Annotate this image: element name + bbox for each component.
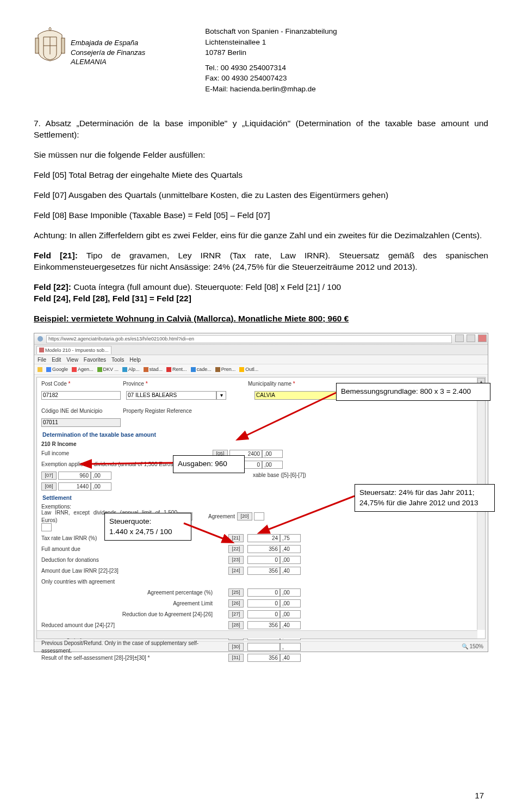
menu-item[interactable]: Favorites [84,356,106,364]
section-heading: Determination of the taxable base amount [37,429,485,439]
menu-item[interactable]: Help [129,356,141,364]
cents-field[interactable]: ,00 [262,450,283,458]
dropdown-icon[interactable]: ▾ [216,391,226,400]
amount-field[interactable]: 960 [58,472,91,480]
cents-field[interactable]: ,00 [280,599,301,608]
field-number: [07] [41,472,57,480]
label: Agreement [208,513,235,520]
checkbox[interactable] [41,523,52,531]
label: Reduced amount due [24]-[27] [41,622,213,629]
checkbox[interactable] [254,512,264,520]
label: Previous Deposit/Refund. Only in the cas… [41,640,213,654]
svg-rect-2 [35,38,39,53]
form-row: Amount due Law IRNR [22]-[23][24]356,40 [37,566,485,577]
menu-bar: File Edit View Favorites Tools Help [34,355,488,364]
bookmark-bar: Google Agen... DKV ... Alp... stad... Re… [34,364,488,375]
menu-item[interactable]: View [66,356,78,364]
star-icon [38,367,42,372]
bookmark[interactable]: Agen... [72,366,94,373]
menu-item[interactable]: Edit [52,356,61,364]
field-number: [30] [228,643,244,651]
bookmark-icon [191,367,196,372]
menu-item[interactable]: File [38,356,46,364]
form-row-full-income: Full income [05] 2400 ,00 [37,448,485,459]
ine-code-input: 07011 [41,418,121,427]
form-row: Previous Deposit/Refund. Only in the cas… [37,642,485,653]
maximize-button[interactable] [467,334,475,342]
amount-field[interactable]: 24 [247,534,280,542]
numeric-rows: Tax rate Law IRNR (%)[21]24,75Full amoun… [37,533,485,664]
address-bar[interactable]: https://www2.agenciatributaria.gob.es/es… [46,335,452,343]
bookmark[interactable] [38,367,42,372]
label: Agreement percentage (%) [41,589,213,597]
field-number: [25] [228,588,244,597]
amount-field[interactable]: 356 [247,545,280,553]
amount-field[interactable]: 356 [247,621,280,629]
cents-field[interactable]: ,00 [262,461,283,469]
bookmark[interactable]: Google [46,366,68,373]
cents-field[interactable]: ,00 [280,588,301,597]
contact-line: E-Mail: hacienda.berlin@mhap.de [205,84,337,95]
browser-tab[interactable]: Modelo 210 - Impuesto sob... [36,346,111,354]
bookmark[interactable]: Alp... [122,366,140,373]
form-row: Agreement Limit[26]0,00 [37,598,485,609]
form-row: Full amount due[22]356,40 [37,544,485,555]
form-row: Only countries with agreement [37,577,485,587]
field-number: [31] [228,654,244,662]
amount-field[interactable]: 0 [247,588,280,597]
horizontal-scrollbar[interactable] [37,630,477,639]
postcode-input[interactable]: 07182 [41,391,121,400]
form-header-row: Código INE del Municipio Property Regist… [37,405,485,417]
spanish-coat-of-arms-icon [34,23,66,62]
bookmark[interactable]: Outl... [239,366,258,373]
label: Full amount due [41,546,213,553]
amount-field[interactable]: 0 [247,556,280,564]
bookmark[interactable]: Pren... [215,366,236,373]
bookmark[interactable]: DKV ... [97,366,119,373]
cents-field[interactable]: ,40 [280,545,301,553]
label: Código INE del Municipio [41,407,123,415]
paragraph: Feld [22]: Cuota íntegra (full amount du… [34,282,488,293]
bookmark-icon [72,367,77,372]
bookmark[interactable]: Rent... [166,366,187,373]
amount-field[interactable]: 1440 [58,482,91,491]
amount-field[interactable]: 0 [247,610,280,618]
bookmark[interactable]: cade... [191,366,212,373]
bookmark-icon [144,367,148,372]
label: Only countries with agreement [41,578,213,586]
bookmark-icon [97,367,102,372]
label: Post Code * [41,380,123,388]
minimize-button[interactable] [455,334,464,342]
cents-field[interactable]: , [280,643,301,651]
example-heading: Beispiel: vermietete Wohnung in Calvià (… [34,313,488,325]
province-select[interactable]: 07 ILLES BALEARS [126,391,216,400]
cents-field[interactable]: ,00 [91,472,111,480]
amount-field[interactable]: 0 [247,599,280,608]
cents-field[interactable]: ,75 [280,534,301,542]
paragraph: Feld [05] Total Betrag der eingehalte Mi… [34,170,488,181]
field-number: [23] [228,556,244,564]
bookmark[interactable]: stad... [144,366,163,373]
form-row: Result of the self-assessment [28]-[29]±… [37,653,485,664]
paragraph: Feld [08] Base Imponible (Taxable Base) … [34,210,488,221]
close-button[interactable] [478,334,487,342]
cents-field[interactable]: ,40 [280,567,301,575]
paragraph: Sie müssen nur die folgende Felder ausfü… [34,150,488,161]
cents-field[interactable]: ,00 [91,482,111,491]
menu-item[interactable]: Tools [111,356,124,364]
cents-field[interactable]: ,40 [280,654,301,662]
cents-field[interactable]: ,40 [280,621,301,629]
sender-line: Consejería de Finanzas [71,48,145,58]
form-row-07: [07] 960 ,00 xable base ([5]-[6]-[7]) [37,470,485,481]
contact-line: Lichtensteinallee 1 [205,37,337,48]
amount-field[interactable]: 356 [247,567,280,575]
amount-field[interactable]: 356 [247,654,280,662]
form-row-exemption: Exemption applied to dividends (annual o… [37,459,485,470]
document-body: 7. Absatz „Determinación de la base impo… [34,118,488,652]
field-number: [26] [228,599,244,608]
callout-box: Bemessungsgrundlage: 800 x 3 = 2.400 [336,383,490,400]
cents-field[interactable]: ,00 [280,610,301,618]
amount-field[interactable] [247,643,280,651]
cents-field[interactable]: ,00 [280,556,301,564]
sender-line: ALEMANIA [71,57,145,67]
